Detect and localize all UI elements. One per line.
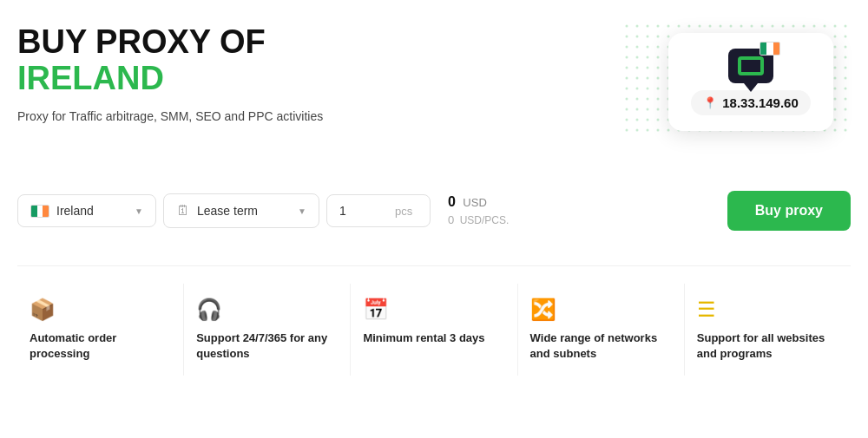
feature-card-3: 🔀Wide range of networks and subnets	[518, 284, 685, 376]
feature-text-2: Minimum rental 3 days	[363, 330, 504, 346]
calendar-icon: 🗓	[176, 203, 190, 219]
flag-green	[31, 206, 37, 217]
card-ip: 📍 18.33.149.60	[691, 90, 811, 115]
buy-proxy-button[interactable]: Buy proxy	[727, 191, 851, 231]
feature-text-4: Support for all websites and programs	[697, 330, 838, 362]
hero-left: BUY PROXY OF IRELAND Proxy for Traffic a…	[17, 24, 323, 123]
proxy-card: 📍 18.33.149.60	[668, 33, 833, 131]
features-section: 📦Automatic order processing🎧Support 24/7…	[17, 265, 851, 376]
feature-card-0: 📦Automatic order processing	[17, 284, 184, 376]
price-display: 0 USD 0 USD/PCS.	[437, 194, 519, 227]
feature-icon-4: ☰	[697, 297, 838, 322]
flag-orange	[773, 42, 779, 55]
country-flag	[30, 205, 49, 218]
price-usd: 0 USD	[448, 194, 509, 210]
pin-icon: 📍	[703, 96, 717, 109]
page-wrapper: BUY PROXY OF IRELAND Proxy for Traffic a…	[0, 0, 868, 438]
price-per-pcs-value: 0	[448, 213, 454, 226]
flag-orange	[43, 206, 49, 217]
chevron-down-icon-lease: ▼	[298, 206, 306, 216]
feature-icon-3: 🔀	[530, 297, 672, 322]
feature-icon-1: 🎧	[196, 297, 338, 322]
feature-text-1: Support 24/7/365 for any questions	[196, 330, 338, 362]
price-per-pcs-label: USD/PCS.	[460, 214, 510, 226]
feature-card-2: 📅Minimum rental 3 days	[351, 284, 517, 376]
hero-subtitle: Proxy for Traffic arbitrage, SMM, SEO an…	[17, 109, 323, 123]
chevron-down-icon: ▼	[135, 206, 143, 216]
lease-term-select[interactable]: 🗓 Lease term ▼	[163, 193, 319, 228]
flag-white	[37, 206, 43, 217]
card-logo-wrap	[728, 49, 773, 83]
price-value: 0	[448, 194, 456, 209]
quantity-unit: pcs	[395, 205, 412, 218]
quantity-box: pcs	[326, 194, 431, 227]
feature-text-0: Automatic order processing	[30, 330, 171, 362]
lease-label: Lease term	[197, 204, 291, 218]
feature-text-3: Wide range of networks and subnets	[530, 330, 672, 362]
price-currency: USD	[463, 196, 486, 209]
price-per-pcs: 0 USD/PCS.	[448, 212, 509, 227]
feature-card-4: ☰Support for all websites and programs	[685, 284, 851, 376]
country-select[interactable]: Ireland ▼	[17, 194, 156, 227]
flag-green	[760, 42, 766, 55]
feature-icon-2: 📅	[363, 297, 504, 322]
card-flag	[760, 42, 780, 56]
hero-title-line1: BUY PROXY OF	[17, 24, 323, 61]
card-logo-inner	[738, 56, 764, 75]
feature-card-1: 🎧Support 24/7/365 for any questions	[184, 284, 351, 376]
controls-bar: Ireland ▼ 🗓 Lease term ▼ pcs 0 USD 0 USD…	[17, 191, 851, 231]
country-label: Ireland	[56, 204, 128, 218]
feature-icon-0: 📦	[30, 297, 171, 322]
hero-title-line2: IRELAND	[17, 61, 323, 97]
card-logo-arrow	[744, 83, 758, 92]
quantity-input[interactable]	[339, 204, 391, 218]
hero-section: BUY PROXY OF IRELAND Proxy for Traffic a…	[17, 24, 851, 163]
hero-right: 📍 18.33.149.60	[556, 24, 851, 163]
flag-white	[766, 42, 773, 55]
